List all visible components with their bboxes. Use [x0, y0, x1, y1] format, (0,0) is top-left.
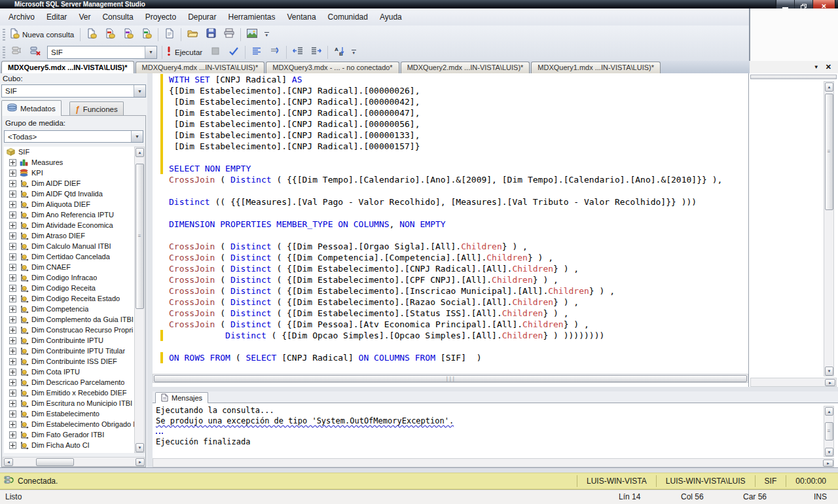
messages-scrollbar-vertical[interactable]: ▲ ≡ ▼: [824, 406, 834, 457]
tree-item[interactable]: Dim Ano Referencia IPTU: [4, 209, 134, 220]
tree-item[interactable]: Dim Certidao Cancelada: [4, 251, 134, 262]
sidebar-splitter[interactable]: [147, 73, 153, 469]
tree-scrollbar-thumb[interactable]: ≡: [136, 164, 144, 309]
expand-icon[interactable]: [9, 211, 16, 219]
editor-v-scrollbar-thumb[interactable]: ≡: [825, 94, 833, 210]
tree-scrollbar-vertical[interactable]: ▲ ≡ ▼: [134, 147, 145, 453]
tab-messages[interactable]: Mensajes: [155, 392, 208, 403]
menu-ventana[interactable]: Ventana: [282, 9, 322, 26]
scroll-right-icon[interactable]: ►: [136, 458, 145, 466]
show-results-button[interactable]: [247, 45, 266, 60]
scroll-left-icon[interactable]: ◄: [4, 458, 13, 466]
new-analysis-query-button[interactable]: [82, 27, 101, 42]
expand-icon[interactable]: [9, 327, 16, 334]
menu-editar[interactable]: Editar: [41, 9, 73, 26]
tree-item[interactable]: Dim Estabelecimento Obrigado D: [4, 419, 134, 429]
expand-icon[interactable]: [9, 170, 16, 177]
menu-herramientas[interactable]: Herramientas: [222, 9, 281, 26]
scroll-down-icon[interactable]: ▼: [825, 448, 833, 456]
parse-button[interactable]: [225, 45, 243, 60]
toolbar-grip[interactable]: [3, 46, 5, 58]
specify-values-button[interactable]: AB: [330, 45, 348, 60]
decrease-indent-button[interactable]: [289, 45, 307, 60]
new-mdx-query-button[interactable]: [101, 27, 119, 42]
tree-item[interactable]: Dim Descricao Parcelamento: [4, 377, 134, 387]
expand-icon[interactable]: [9, 222, 16, 229]
expand-icon[interactable]: [9, 264, 16, 271]
tree-item[interactable]: Dim Ficha Auto CI: [4, 440, 134, 450]
expand-icon[interactable]: [9, 421, 16, 428]
new-dmx-query-button[interactable]: [119, 27, 137, 42]
expand-icon[interactable]: [9, 253, 16, 261]
document-tab[interactable]: MDXQuery5.mdx ...IN-VISTA\LUIS)*: [1, 61, 134, 73]
messages-scrollbar-horizontal[interactable]: ►: [153, 458, 834, 467]
open-file-button[interactable]: [183, 27, 202, 42]
tree-item[interactable]: SIF: [4, 147, 134, 157]
expand-icon[interactable]: [9, 316, 16, 323]
disconnect-button[interactable]: [26, 45, 45, 60]
tree-item[interactable]: Dim Atraso DIEF: [4, 230, 134, 241]
close-document-icon[interactable]: ✕: [826, 63, 831, 71]
expand-icon[interactable]: [9, 337, 16, 344]
results-splitter[interactable]: [147, 387, 838, 391]
activity-monitor-button[interactable]: [243, 27, 261, 42]
chevron-down-icon[interactable]: ▼: [131, 131, 143, 142]
expand-icon[interactable]: [9, 274, 16, 281]
tree-item[interactable]: Dim AIDF DIEF: [4, 178, 134, 189]
expand-icon[interactable]: [9, 180, 16, 187]
expand-icon[interactable]: [9, 431, 16, 439]
tab-list-dropdown-icon[interactable]: ▼: [814, 64, 819, 70]
open-document-button[interactable]: [160, 27, 179, 42]
increase-indent-button[interactable]: [307, 45, 325, 60]
expand-icon[interactable]: [9, 389, 16, 397]
expand-icon[interactable]: [9, 442, 16, 449]
scroll-right-icon[interactable]: ►: [825, 379, 835, 386]
clear-window-button[interactable]: [266, 45, 284, 60]
background-pane-scrollbar-horizontal[interactable]: ►: [750, 378, 837, 387]
document-tab[interactable]: MDXQuery1.mdx ...IN-VISTA\LUIS)*: [531, 62, 661, 73]
tree-item[interactable]: Dim Contribuinte IPTU: [4, 335, 134, 346]
scroll-down-icon[interactable]: ▼: [825, 367, 833, 376]
messages-pane[interactable]: Ejecutando la consulta...Se produjo una …: [153, 403, 822, 458]
tab-functions[interactable]: ƒ Funciones: [69, 101, 124, 116]
expand-icon[interactable]: [9, 358, 16, 365]
expand-icon[interactable]: [9, 400, 16, 407]
editor-h-scrollbar-thumb[interactable]: ∣∣∣: [154, 375, 747, 382]
tree-item[interactable]: Dim Competencia: [4, 304, 134, 314]
expand-icon[interactable]: [9, 295, 16, 302]
mdx-query-editor[interactable]: WITH SET [CNPJ Radical] AS{[Dim Estabele…: [153, 73, 748, 374]
expand-icon[interactable]: [9, 243, 16, 250]
expand-icon[interactable]: [9, 232, 16, 240]
execute-button[interactable]: Ejecutar: [164, 45, 206, 60]
tree-item[interactable]: Dim Atividade Economica: [4, 220, 134, 230]
chevron-down-icon[interactable]: ▼: [134, 85, 145, 97]
connect-button[interactable]: [8, 45, 26, 60]
database-selector[interactable]: SIF▼: [47, 46, 157, 59]
tree-item[interactable]: Dim AIDF Qtd Invalida: [4, 189, 134, 199]
tree-item[interactable]: KPI: [4, 168, 134, 178]
tree-item[interactable]: Dim Contribuinte ISS DIEF: [4, 356, 134, 367]
tree-item[interactable]: Dim Complemento da Guia ITBI: [4, 314, 134, 325]
tree-item[interactable]: Dim Codigo Infracao: [4, 272, 134, 283]
document-tab[interactable]: MDXQuery4.mdx ...IN-VISTA\LUIS)*: [136, 62, 265, 73]
tree-item[interactable]: Dim Contribuinte IPTU Titular: [4, 346, 134, 356]
editor-scrollbar-vertical[interactable]: ▲ ≡ ▼: [824, 81, 834, 376]
tree-item[interactable]: Dim Estabelecimento: [4, 408, 134, 419]
menu-consulta[interactable]: Consulta: [96, 9, 139, 26]
tree-item[interactable]: Measures: [4, 157, 134, 168]
expand-icon[interactable]: [9, 201, 16, 208]
document-tab[interactable]: MDXQuery3.mdx - ... - no conectado*: [266, 62, 399, 73]
editor-scrollbar-horizontal[interactable]: ∣∣∣: [153, 374, 748, 383]
document-tab[interactable]: MDXQuery2.mdx ...IN-VISTA\LUIS)*: [401, 62, 530, 73]
tree-item[interactable]: Dim Fato Gerador ITBI: [4, 429, 134, 440]
measure-group-selector[interactable]: <Todas> ▼: [4, 130, 143, 143]
tab-metadata[interactable]: Metadatos: [1, 100, 62, 116]
menu-ayuda[interactable]: Ayuda: [374, 9, 408, 26]
scroll-down-icon[interactable]: ▼: [136, 443, 144, 452]
save-button[interactable]: [202, 27, 220, 42]
menu-archivo[interactable]: Archivo: [3, 9, 41, 26]
menu-comunidad[interactable]: Comunidad: [322, 9, 374, 26]
menu-proyecto[interactable]: Proyecto: [139, 9, 182, 26]
tree-scrollbar-horizontal[interactable]: ◄ ►: [3, 457, 145, 467]
tree-item[interactable]: Dim Emitido x Recebido DIEF: [4, 387, 134, 398]
